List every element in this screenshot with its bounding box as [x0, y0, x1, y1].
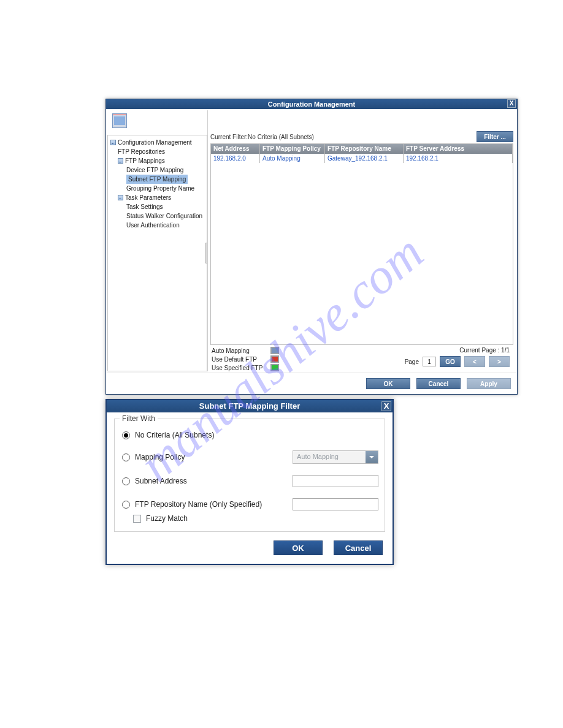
current-filter-label: Current Filter:No Criteria (All Subnets)	[210, 134, 474, 140]
filter-dialog-title: Subnet FTP Mapping Filter	[199, 401, 300, 411]
config-management-window: Configuration Management X Configuration…	[105, 99, 518, 395]
cancel-button[interactable]: Cancel	[416, 378, 461, 389]
app-icon-zone	[107, 110, 207, 135]
tree-item-config-management[interactable]: Configuration Management	[109, 138, 205, 147]
close-icon[interactable]: X	[507, 99, 516, 108]
swatch-auto-mapping	[270, 347, 279, 354]
filter-dialog-buttons: OK Cancel	[107, 534, 393, 564]
apply-button[interactable]: Apply	[467, 378, 511, 389]
col-ftp-server-address[interactable]: FTP Server Address	[404, 144, 513, 154]
tree-item-user-authentication[interactable]: User Authentication	[109, 221, 205, 230]
col-ftp-mapping-policy[interactable]: FTP Mapping Policy	[260, 144, 325, 154]
filter-dialog-titlebar: Subnet FTP Mapping Filter X	[107, 400, 393, 412]
go-button[interactable]: GO	[440, 356, 461, 367]
cell-mapping-policy: Auto Mapping	[260, 154, 325, 163]
expander-icon[interactable]	[118, 195, 123, 200]
legend-specified-ftp: Use Specified FTP	[212, 364, 279, 371]
swatch-specified-ftp	[270, 364, 279, 371]
dialog-buttons: OK Cancel Apply	[106, 373, 517, 394]
right-column: Current Filter:No Criteria (All Subnets)…	[209, 110, 516, 371]
filter-button[interactable]: Filter ...	[477, 131, 513, 142]
table-header: Net Address FTP Mapping Policy FTP Repos…	[211, 144, 513, 154]
combo-text: Auto Mapping	[293, 451, 366, 463]
app-icon	[112, 113, 127, 128]
left-column: Configuration Management FTP Repositorie…	[107, 110, 208, 371]
fuzzy-match-label: Fuzzy Match	[146, 514, 188, 523]
ok-button[interactable]: OK	[366, 378, 410, 389]
option-ftp-repository-name[interactable]: FTP Repository Name (Only Specified)	[122, 498, 378, 510]
filter-dialog: Subnet FTP Mapping Filter X Filter With …	[105, 399, 394, 565]
radio-subnet-address[interactable]	[122, 477, 130, 485]
tree-item-ftp-repositories[interactable]: FTP Repositories	[109, 147, 205, 156]
col-ftp-repository-name[interactable]: FTP Repository Name	[325, 144, 404, 154]
fuzzy-match-row[interactable]: Fuzzy Match	[133, 514, 378, 523]
option-no-criteria[interactable]: No Criteria (All Subnets)	[122, 431, 378, 439]
tree-item-subnet-ftp-mapping[interactable]: Subnet FTP Mapping	[109, 175, 205, 184]
radio-ftp-repository-name[interactable]	[122, 501, 130, 509]
chevron-down-icon[interactable]	[366, 451, 378, 463]
subnet-address-input[interactable]	[293, 475, 378, 487]
swatch-default-ftp	[270, 355, 279, 363]
splitter-handle[interactable]	[205, 243, 207, 264]
radio-no-criteria[interactable]	[122, 431, 130, 439]
current-page-label: Current Page : 1/1	[405, 347, 510, 354]
window-title: Configuration Management	[268, 100, 355, 108]
expander-icon[interactable]	[118, 158, 123, 164]
legend-auto-mapping: Auto Mapping	[212, 347, 279, 354]
mapping-policy-combo[interactable]: Auto Mapping	[293, 450, 378, 464]
tree-item-ftp-mappings[interactable]: FTP Mappings	[109, 156, 205, 165]
tree-item-device-ftp-mapping[interactable]: Device FTP Mapping	[109, 165, 205, 175]
fuzzy-match-checkbox[interactable]	[133, 515, 141, 523]
expander-icon[interactable]	[110, 140, 116, 145]
window-titlebar: Configuration Management X	[106, 99, 517, 109]
ftp-repository-name-input[interactable]	[293, 498, 378, 510]
prev-page-button[interactable]: <	[464, 356, 485, 367]
option-mapping-policy[interactable]: Mapping Policy Auto Mapping	[122, 450, 378, 464]
tree-item-status-walker-config[interactable]: Status Walker Configuration	[109, 211, 205, 221]
cancel-button[interactable]: Cancel	[334, 540, 383, 555]
legend-default-ftp: Use Default FTP	[212, 355, 279, 363]
legend: Auto Mapping Use Default FTP Use Specifi…	[212, 347, 279, 371]
mapping-table: Net Address FTP Mapping Policy FTP Repos…	[210, 143, 513, 345]
tree-item-task-parameters[interactable]: Task Parameters	[109, 193, 205, 202]
navigation-tree[interactable]: Configuration Management FTP Repositorie…	[107, 135, 207, 371]
cell-server-address: 192.168.2.1	[404, 154, 513, 163]
col-net-address[interactable]: Net Address	[211, 144, 260, 154]
tree-item-grouping-property-name[interactable]: Grouping Property Name	[109, 184, 205, 193]
next-page-button[interactable]: >	[489, 356, 510, 367]
option-subnet-address[interactable]: Subnet Address	[122, 475, 378, 487]
filter-with-group: Filter With No Criteria (All Subnets) Ma…	[114, 419, 385, 532]
group-legend: Filter With	[120, 414, 158, 423]
page-label: Page	[405, 358, 419, 365]
close-icon[interactable]: X	[381, 401, 391, 411]
cell-net-address: 192.168.2.0	[211, 154, 260, 163]
page-input[interactable]	[423, 357, 436, 366]
tree-item-task-settings[interactable]: Task Settings	[109, 202, 205, 211]
table-row[interactable]: 192.168.2.0 Auto Mapping Gateway_192.168…	[211, 154, 513, 163]
cell-repository-name: Gateway_192.168.2.1	[325, 154, 404, 163]
radio-mapping-policy[interactable]	[122, 453, 130, 461]
ok-button[interactable]: OK	[274, 540, 323, 555]
